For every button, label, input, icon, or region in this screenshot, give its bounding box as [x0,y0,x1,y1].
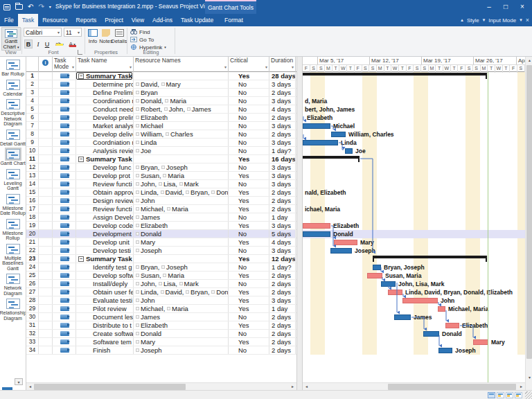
critical-task-bar[interactable] [402,298,438,303]
row-number-cell[interactable]: 11 [26,155,39,163]
critical-task-bar[interactable] [388,290,402,295]
resource-names-cell[interactable]: Susan, Maria [134,272,229,279]
sidebar-item-bar-rollup[interactable]: Bar Rollup [0,60,26,77]
row-number-cell[interactable]: 27 [26,288,39,296]
table-row[interactable]: 3Define PreliminaBryanNo2 days [26,89,296,97]
task-mode-cell[interactable] [53,321,76,329]
row-number-cell[interactable]: 20 [26,230,39,238]
task-bar[interactable] [303,231,330,237]
indicators-cell[interactable] [39,163,53,171]
tab-task-update[interactable]: Task Update [177,14,218,26]
task-mode-cell[interactable] [53,346,76,354]
row-number-cell[interactable]: 2 [26,80,39,88]
gantt-view-icon[interactable] [488,392,495,398]
task-bar[interactable] [330,248,352,254]
duration-cell[interactable]: 3 days [269,80,296,88]
duration-cell[interactable]: 2 days [269,313,296,321]
task-name-cell[interactable]: Pilot review [76,305,134,312]
duration-cell[interactable]: 2 days [269,188,296,196]
task-name-cell[interactable]: Obtain approv [76,188,134,196]
save-icon[interactable] [3,4,10,10]
resource-names-cell[interactable]: John [134,197,229,204]
underline-button[interactable]: U [43,39,51,48]
task-name-cell[interactable]: Create softwa [76,330,134,337]
duration-cell[interactable]: 4 days [269,238,296,246]
indicators-cell[interactable] [39,155,53,163]
row-number-cell[interactable]: 10 [26,147,39,154]
critical-cell[interactable]: No [229,230,269,238]
resource-sheet-view-icon[interactable] [515,392,522,398]
sidebar-item-network-diagram[interactable]: Network Diagram [0,274,26,296]
undo-icon[interactable]: ↶ [28,3,33,11]
task-name-cell[interactable]: −Summary Task 1 [76,155,134,163]
indicators-cell[interactable] [39,205,53,213]
critical-cell[interactable]: No [229,313,269,321]
tab-file[interactable]: File [0,14,18,26]
table-row[interactable]: 8Develop deliveryWilliam, CharlesNo2 day… [26,130,296,139]
resource-names-cell[interactable]: Mary [134,238,229,246]
task-name-cell[interactable]: Review functi [76,205,134,213]
task-bar[interactable] [331,132,346,137]
table-row[interactable]: 22Develop testiJosephNo3 days [26,247,296,255]
tab-add-ins[interactable]: Add-ins [148,14,177,26]
critical-cell[interactable]: No [229,147,269,154]
critical-cell[interactable]: No [229,163,269,171]
resource-names-cell[interactable]: Joseph [134,247,229,254]
task-bar[interactable] [345,148,353,154]
resource-names-cell[interactable]: John, Lisa, Mark [134,280,229,287]
table-row[interactable]: 5Conduct needs arRobert, John, JamesNo4 … [26,105,296,114]
resource-names-cell[interactable]: Michael, Maria [134,305,229,312]
font-dialog-launcher-icon[interactable] [78,50,82,55]
minimize-button[interactable]: – [481,0,497,12]
resource-names-cell[interactable]: Linda [134,139,229,146]
critical-cell[interactable]: Yes [229,321,269,329]
critical-cell[interactable]: Yes [229,197,269,204]
bold-button[interactable]: B [24,39,33,48]
critical-cell[interactable]: Yes [229,255,269,263]
row-number-cell[interactable]: 16 [26,197,39,204]
duration-cell[interactable]: 3 days [269,180,296,188]
resource-names-cell[interactable]: John, Lisa, Mark [134,180,229,188]
critical-cell[interactable]: Yes [229,172,269,179]
task-mode-cell[interactable] [53,122,76,130]
critical-cell[interactable]: Yes [229,155,269,163]
duration-cell[interactable]: 2 days [269,272,296,279]
row-number-cell[interactable]: 22 [26,247,39,254]
scroll-right-icon[interactable]: ▸ [517,383,525,390]
task-mode-cell[interactable] [53,155,76,163]
critical-cell[interactable]: No [229,346,269,354]
task-name-cell[interactable]: Develop testi [76,247,134,254]
critical-cell[interactable]: Yes [229,188,269,196]
task-mode-cell[interactable] [53,197,76,204]
critical-task-bar[interactable] [334,240,357,245]
critical-cell[interactable]: No [229,114,269,121]
row-number-cell[interactable]: 14 [26,180,39,188]
task-mode-cell[interactable] [53,105,76,113]
task-name-cell[interactable]: Review functi [76,180,134,188]
maximize-button[interactable]: □ [497,0,514,12]
sidebar-item-milestone-rollup[interactable]: Milestone Rollup [0,219,26,241]
gantt-chart-view-button[interactable]: GanttChart ▾ [1,27,21,51]
filter-dropdown-icon[interactable]: ▾ [224,64,227,71]
task-name-cell[interactable]: Define Prelimina [76,89,134,96]
indicators-cell[interactable] [39,147,53,154]
row-number-cell[interactable]: 6 [26,114,39,121]
resource-names-cell[interactable]: Bryan, Joseph [134,163,229,171]
task-mode-cell[interactable] [53,288,76,296]
indicators-cell[interactable] [39,130,53,138]
indicators-cell[interactable] [39,139,53,146]
task-mode-cell[interactable] [53,255,76,263]
critical-task-bar[interactable] [473,339,488,345]
critical-task-bar[interactable] [303,223,330,229]
column-header-mode[interactable]: Task Mode▾ [53,57,76,72]
resource-names-cell[interactable]: Linda, David, Bryan, Donald, Elizabeth [134,188,229,196]
row-number-cell[interactable]: 5 [26,105,39,113]
redo-icon[interactable]: ↷ [38,3,44,11]
task-bar[interactable] [373,265,381,270]
table-row[interactable]: 25Develop softwSusan, MariaYes2 days [26,272,296,280]
table-row[interactable]: 20DevelopmentDonaldNo5 days [26,230,296,238]
vertical-scrollbar-thumb[interactable] [526,65,532,359]
critical-cell[interactable]: Yes [229,72,269,80]
go-to-button[interactable]: Go To [130,36,154,43]
task-mode-cell[interactable] [53,163,76,171]
